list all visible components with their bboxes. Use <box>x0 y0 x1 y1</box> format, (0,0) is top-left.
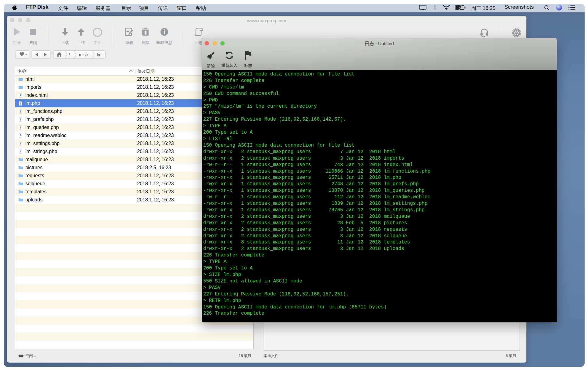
svg-text:/: / <box>69 52 70 57</box>
svg-text:lm: lm <box>97 52 102 57</box>
svg-text:HTML: HTML <box>19 97 22 97</box>
svg-text:misc: misc <box>79 52 88 57</box>
svg-text:PHP: PHP <box>20 120 22 122</box>
svg-text:PHP: PHP <box>20 104 22 105</box>
svg-text:PHP: PHP <box>20 112 22 114</box>
svg-text:PHP: PHP <box>20 144 22 146</box>
svg-text:WEBLOC: WEBLOC <box>19 137 22 137</box>
svg-text:PHP: PHP <box>20 128 22 130</box>
svg-text:PHP: PHP <box>20 153 22 154</box>
